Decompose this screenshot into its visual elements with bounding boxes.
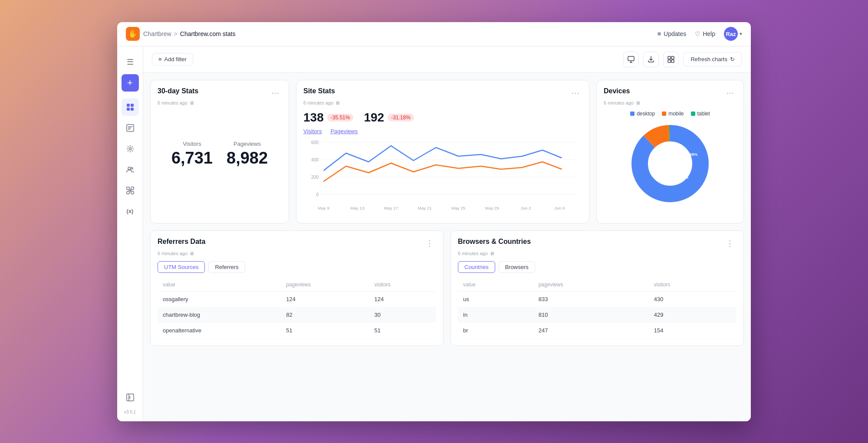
monitor-icon-3: 🖥 (635, 100, 640, 105)
svg-text:Jun 6: Jun 6 (554, 206, 565, 210)
svg-rect-1 (131, 104, 134, 107)
content-area: ≡ Add filter Refresh charts ↻ (143, 46, 751, 421)
avatar-group[interactable]: Raz ▾ (724, 27, 742, 41)
refresh-charts-label: Refresh charts (690, 56, 727, 62)
svg-text:May 13: May 13 (350, 206, 364, 210)
site-stats-metrics: 138 -35.51% 192 -31.18% (303, 111, 582, 125)
pageviews-label: Pageviews (227, 141, 268, 147)
add-filter-label: Add filter (164, 56, 187, 62)
filter-bar: ≡ Add filter Refresh charts ↻ (143, 46, 751, 73)
card-devices-menu[interactable]: ⋯ (723, 87, 736, 98)
cell-visitors: 429 (649, 307, 736, 322)
card-referrers-title: Referrers Data (158, 238, 205, 246)
pageviews-stat: Pageviews 8,982 (227, 141, 268, 167)
svg-text:200: 200 (311, 175, 319, 180)
cell-pageviews: 51 (281, 322, 369, 338)
svg-rect-14 (131, 191, 134, 194)
sidebar-item-dashboard[interactable] (122, 98, 139, 116)
stats-values: Visitors 6,731 Pageviews 8,982 (158, 111, 282, 197)
monitor-icon-5: 🖥 (490, 251, 494, 256)
tab-browsers[interactable]: Browsers (499, 261, 535, 273)
svg-text:87.74%: 87.74% (674, 175, 688, 180)
svg-point-8 (129, 148, 131, 150)
presentation-icon-button[interactable] (623, 52, 639, 67)
cell-visitors: 430 (649, 291, 736, 307)
visitors-number: 138 (303, 111, 324, 125)
desktop-label: desktop (637, 111, 655, 117)
referrers-table: value pageviews visitors ossgallery12412… (158, 278, 436, 338)
card-devices-header: Devices ⋯ (604, 87, 736, 98)
topbar: ✋ Chartbrew > Chartbrew.com stats Update… (117, 22, 751, 46)
card-devices: Devices ⋯ 6 minutes ago 🖥 desktop (596, 80, 744, 223)
svg-text:0: 0 (316, 192, 319, 197)
pageviews-link[interactable]: Pageviews (330, 128, 358, 135)
col-pageviews-header2: pageviews (533, 278, 649, 292)
add-filter-button[interactable]: ≡ Add filter (152, 53, 193, 66)
layout-icon-button[interactable] (663, 52, 679, 67)
monitor-icon: 🖥 (189, 100, 194, 105)
pageviews-change-badge: -31.18% (388, 114, 414, 121)
visitors-value: 6,731 (171, 149, 213, 167)
card-referrers-menu[interactable]: ⋮ (423, 238, 436, 249)
sidebar-item-settings[interactable] (122, 140, 139, 158)
card-referrers-header: Referrers Data ⋮ (158, 238, 436, 249)
monitor-icon-4: 🖥 (189, 251, 194, 256)
cell-value: chartbrew-blog (158, 307, 281, 322)
breadcrumb-root[interactable]: Chartbrew (143, 30, 171, 37)
svg-rect-21 (668, 60, 671, 62)
svg-text:May 25: May 25 (451, 206, 465, 210)
refresh-charts-button[interactable]: Refresh charts ↻ (683, 52, 742, 66)
cell-value: openalternative (158, 322, 281, 338)
sidebar-version: v3.5.1 (122, 410, 139, 414)
breadcrumb-separator: > (174, 30, 178, 37)
card-site-stats: Site Stats ⋯ 6 minutes ago 🖥 138 -35.51% (296, 80, 589, 223)
svg-text:May 17: May 17 (384, 206, 398, 210)
svg-rect-20 (671, 56, 674, 59)
pageviews-number: 192 (364, 111, 384, 125)
svg-rect-0 (127, 104, 130, 107)
cell-country: br (458, 322, 533, 338)
donut-chart: 87.74% 11.68% (604, 120, 736, 207)
cell-value: ossgallery (158, 291, 281, 307)
tab-utm-sources[interactable]: UTM Sources (158, 261, 205, 273)
visitors-metric: 138 -35.51% (303, 111, 353, 125)
card-site-stats-title: Site Stats (303, 87, 335, 95)
tab-countries[interactable]: Countries (458, 261, 495, 273)
card-site-stats-menu[interactable]: ⋯ (569, 87, 582, 98)
devices-legend: desktop mobile tablet (604, 111, 736, 117)
sidebar-item-variables[interactable]: (x) (122, 203, 139, 220)
card-browsers-countries-menu[interactable]: ⋮ (723, 238, 736, 249)
visitors-link[interactable]: Visitors (303, 128, 322, 135)
updates-badge[interactable]: Updates (658, 30, 686, 37)
svg-rect-11 (127, 187, 129, 190)
svg-rect-2 (127, 108, 130, 111)
tab-referrers[interactable]: Referrers (208, 261, 245, 273)
help-label: Help (703, 30, 715, 37)
col-value-header: value (158, 278, 281, 292)
svg-rect-12 (131, 187, 134, 190)
chevron-down-icon: ▾ (740, 31, 742, 37)
help-button[interactable]: ♡ Help (695, 30, 715, 37)
svg-text:May 29: May 29 (485, 206, 499, 210)
sidebar-item-team[interactable] (122, 161, 139, 178)
svg-point-10 (131, 167, 133, 169)
legend-tablet: tablet (691, 111, 710, 117)
cell-country: us (458, 291, 533, 307)
card-browsers-countries-meta: 6 minutes ago 🖥 (458, 251, 736, 256)
sidebar-menu-icon[interactable]: ☰ (122, 53, 139, 71)
sidebar-collapse-button[interactable] (122, 389, 139, 406)
sidebar-item-reports[interactable] (122, 119, 139, 137)
svg-text:11.68%: 11.68% (684, 152, 698, 157)
cell-pageviews: 82 (281, 307, 369, 322)
visitors-change-badge: -35.51% (327, 114, 354, 121)
cell-pageviews: 810 (533, 307, 649, 322)
referrers-tabs: UTM Sources Referrers (158, 261, 436, 273)
filter-icon: ≡ (158, 56, 162, 62)
sidebar-item-integrations[interactable] (122, 182, 139, 199)
sidebar-add-button[interactable]: + (122, 74, 139, 92)
card-30day-menu[interactable]: ⋯ (269, 87, 282, 98)
cell-country: in (458, 307, 533, 322)
card-site-stats-meta: 6 minutes ago 🖥 (303, 100, 582, 105)
cell-visitors: 124 (369, 291, 436, 307)
export-icon-button[interactable] (643, 52, 659, 67)
